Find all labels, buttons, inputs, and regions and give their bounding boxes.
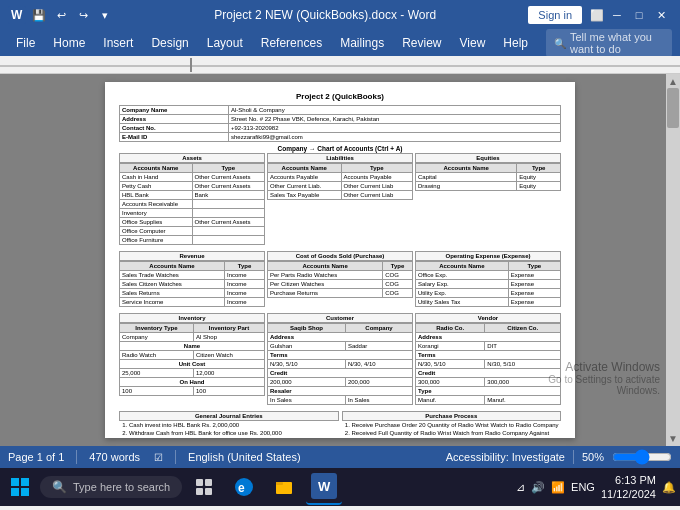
liabilities-section: Liabilities Accounts NameType Accounts P… xyxy=(267,153,413,248)
company-contact: +92-313-2020982 xyxy=(228,124,560,133)
journal-list: Cash invest into HBL Bank Rs. 2,000,000 … xyxy=(119,421,339,438)
vertical-scrollbar[interactable]: ▲ ▼ xyxy=(666,74,680,446)
svg-rect-5 xyxy=(21,488,29,496)
revenue-grid: Revenue Accounts NameType Sales Trade Wa… xyxy=(119,251,561,310)
undo-icon[interactable]: ↩ xyxy=(52,6,70,24)
menu-bar: File Home Insert Design Layout Reference… xyxy=(0,30,680,56)
close-button[interactable]: ✕ xyxy=(650,4,672,26)
taskbar-search-icon: 🔍 xyxy=(52,480,67,494)
vendor-section: Vendor Radio Co.Citizen Co. Address Kora… xyxy=(415,313,561,408)
svg-rect-4 xyxy=(11,488,19,496)
svg-rect-13 xyxy=(276,482,283,485)
cogs-section: Cost of Goods Sold (Purchase) Accounts N… xyxy=(267,251,413,310)
ribbon-display-icon[interactable]: ⬜ xyxy=(588,6,606,24)
menu-mailings[interactable]: Mailings xyxy=(332,33,392,53)
menu-view[interactable]: View xyxy=(452,33,494,53)
company-info-table: Company Name Al-Sholi & Company Address … xyxy=(119,105,561,142)
assets-table: Accounts NameType Cash in HandOther Curr… xyxy=(119,163,265,245)
status-separator-1 xyxy=(76,450,77,464)
status-separator-2 xyxy=(175,450,176,464)
clock-time: 6:13 PM xyxy=(601,473,656,487)
clock-date: 11/12/2024 xyxy=(601,487,656,501)
menu-insert[interactable]: Insert xyxy=(95,33,141,53)
inventory-section: Inventory Inventory TypeInventory Part C… xyxy=(119,313,265,408)
taskbar-explorer[interactable] xyxy=(266,469,302,505)
word-count-icon: ☑ xyxy=(154,452,163,463)
menu-design[interactable]: Design xyxy=(143,33,196,53)
menu-home[interactable]: Home xyxy=(45,33,93,53)
company-address: Street No. # 22 Phase VBK, Defence, Kara… xyxy=(228,115,560,124)
customize-icon[interactable]: ▾ xyxy=(96,6,114,24)
system-clock[interactable]: 6:13 PM 11/12/2024 xyxy=(601,473,656,502)
zoom-level[interactable]: 50% xyxy=(582,451,604,463)
company-email: shezzarafiki99@gmail.com xyxy=(228,133,560,142)
liabilities-title: Liabilities xyxy=(267,153,413,163)
search-bar[interactable]: 🔍 Tell me what you want to do xyxy=(546,29,672,57)
liabilities-table: Accounts NameType Accounts PayableAccoun… xyxy=(267,163,413,200)
maximize-button[interactable]: □ xyxy=(628,4,650,26)
network-icon[interactable]: 📶 xyxy=(551,481,565,494)
sign-in-button[interactable]: Sign in xyxy=(528,6,582,24)
equities-section: Equities Accounts NameType CapitalEquity… xyxy=(415,153,561,248)
taskbar: 🔍 Type here to search e W ⊿ 🔊 📶 ENG 6:13… xyxy=(0,468,680,506)
accounts-grid: Assets Accounts NameType Cash in HandOth… xyxy=(119,153,561,248)
menu-layout[interactable]: Layout xyxy=(199,33,251,53)
svg-rect-2 xyxy=(11,478,19,486)
equities-table: Accounts NameType CapitalEquity DrawingE… xyxy=(415,163,561,191)
document-area: Project 2 (QuickBooks) Company Name Al-S… xyxy=(0,74,680,446)
menu-file[interactable]: File xyxy=(8,33,43,53)
menu-references[interactable]: References xyxy=(253,33,330,53)
revenue-section: Revenue Accounts NameType Sales Trade Wa… xyxy=(119,251,265,310)
svg-rect-8 xyxy=(196,488,203,495)
taskbar-search[interactable]: 🔍 Type here to search xyxy=(40,476,182,498)
scroll-up-arrow[interactable]: ▲ xyxy=(666,74,680,87)
save-icon[interactable]: 💾 xyxy=(30,6,48,24)
svg-rect-6 xyxy=(196,479,203,486)
svg-text:W: W xyxy=(11,8,23,22)
menu-help[interactable]: Help xyxy=(495,33,536,53)
ruler xyxy=(0,56,680,74)
minimize-button[interactable]: ─ xyxy=(606,4,628,26)
status-bar-right: Accessibility: Investigate 50% xyxy=(446,449,672,465)
window-title: Project 2 NEW (QuickBooks).docx - Word xyxy=(122,8,528,22)
inventory-customer-vendor-grid: Inventory Inventory TypeInventory Part C… xyxy=(119,313,561,408)
start-button[interactable] xyxy=(4,471,36,503)
document-title: Project 2 (QuickBooks) xyxy=(119,92,561,101)
scroll-down-arrow[interactable]: ▼ xyxy=(666,433,680,444)
company-name: Al-Sholi & Company xyxy=(228,106,560,115)
zoom-slider[interactable] xyxy=(612,449,672,465)
word-app-icon: W xyxy=(311,473,337,499)
search-icon: 🔍 xyxy=(554,38,566,49)
document-page: Project 2 (QuickBooks) Company Name Al-S… xyxy=(105,82,575,438)
notifications-icon[interactable]: 🔔 xyxy=(662,481,676,494)
svg-rect-9 xyxy=(205,488,212,495)
accessibility-status[interactable]: Accessibility: Investigate xyxy=(446,451,565,463)
customer-section: Customer Saqib ShopCompany Address Gulsh… xyxy=(267,313,413,408)
language-indicator: English (United States) xyxy=(188,451,301,463)
chart-accounts-header: Company → Chart of Accounts (Ctrl + A) xyxy=(119,145,561,152)
status-separator-3 xyxy=(573,450,574,464)
redo-icon[interactable]: ↪ xyxy=(74,6,92,24)
operating-expense-section: Operating Expense (Expense) Accounts Nam… xyxy=(415,251,561,310)
taskbar-task-view[interactable] xyxy=(186,469,222,505)
volume-icon[interactable]: 🔊 xyxy=(531,481,545,494)
general-journal-section: General Journal Entries Cash invest into… xyxy=(119,411,339,438)
scroll-thumb[interactable] xyxy=(667,88,679,128)
svg-rect-7 xyxy=(205,479,212,486)
purchase-process-section: Purchase Process Receive Purchase Order … xyxy=(342,411,562,438)
quick-access-toolbar: W 💾 ↩ ↪ ▾ xyxy=(8,6,114,24)
taskbar-system-tray: ⊿ 🔊 📶 ENG 6:13 PM 11/12/2024 🔔 xyxy=(516,473,676,502)
taskbar-word-app[interactable]: W xyxy=(306,469,342,505)
word-count: 470 words xyxy=(89,451,140,463)
language-tray[interactable]: ENG xyxy=(571,481,595,493)
search-placeholder: Tell me what you want to do xyxy=(570,31,664,55)
system-icon-1[interactable]: ⊿ xyxy=(516,481,525,494)
taskbar-edge[interactable]: e xyxy=(226,469,262,505)
equities-title: Equities xyxy=(415,153,561,163)
page-indicator: Page 1 of 1 xyxy=(8,451,64,463)
svg-text:e: e xyxy=(238,481,245,495)
taskbar-search-text: Type here to search xyxy=(73,481,170,493)
menu-review[interactable]: Review xyxy=(394,33,449,53)
title-bar: W 💾 ↩ ↪ ▾ Project 2 NEW (QuickBooks).doc… xyxy=(0,0,680,30)
purchase-list: Receive Purchase Order 20 Quantity of Ra… xyxy=(342,421,562,438)
